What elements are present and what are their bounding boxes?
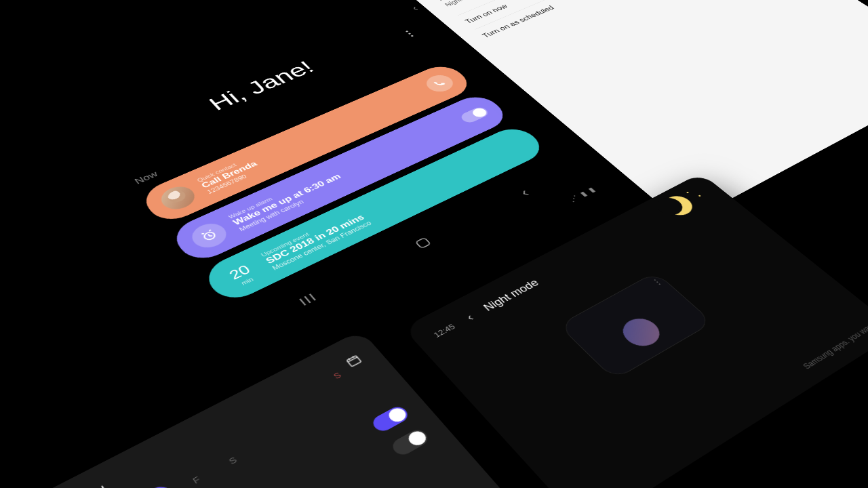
wifi-icon: ⋰ bbox=[567, 194, 580, 203]
day-f[interactable]: F bbox=[176, 462, 217, 488]
battery-icon: ▮ bbox=[586, 186, 597, 194]
nav-back[interactable]: ‹ bbox=[516, 186, 533, 199]
day-t2[interactable]: T bbox=[138, 482, 180, 488]
n2-desc: Samsung apps. you want bbox=[801, 321, 868, 371]
avatar bbox=[156, 182, 201, 214]
signal-icon: ▮ bbox=[578, 190, 589, 198]
chevron-left-icon[interactable]: ‹ bbox=[409, 4, 420, 12]
nav-recent[interactable]: III bbox=[296, 290, 321, 308]
phone-icon[interactable] bbox=[421, 72, 458, 95]
greeting: Hi, Jane! bbox=[95, 18, 414, 160]
nav-home[interactable] bbox=[414, 237, 431, 249]
alarm-toggle[interactable] bbox=[458, 106, 490, 125]
alarm-icon bbox=[186, 219, 233, 252]
event-time: 20 min bbox=[219, 259, 264, 291]
turn-on-now[interactable]: Turn on now bbox=[458, 0, 719, 29]
day-s2[interactable]: S bbox=[212, 443, 253, 477]
